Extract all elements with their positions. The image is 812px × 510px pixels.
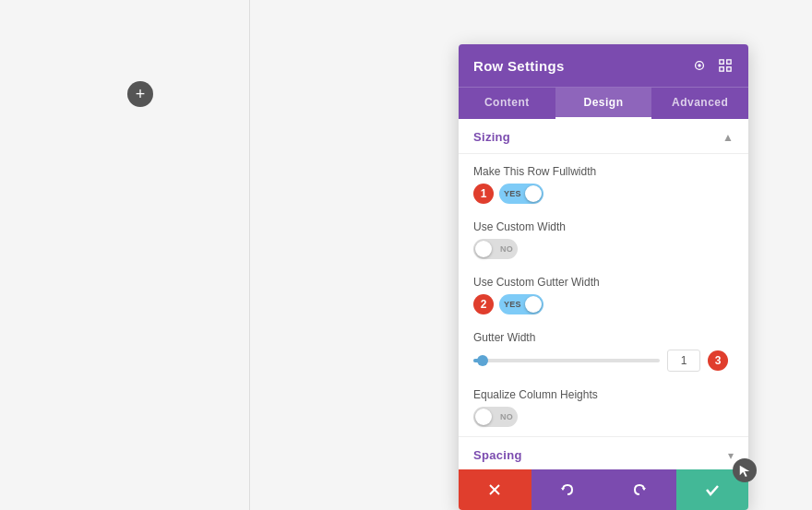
svg-marker-8 bbox=[561, 488, 565, 491]
svg-marker-10 bbox=[740, 466, 750, 477]
custom-gutter-yes-label: YES bbox=[504, 300, 521, 309]
sizing-divider bbox=[459, 153, 748, 154]
gutter-slider-thumb[interactable] bbox=[477, 355, 488, 366]
gutter-width-input[interactable] bbox=[667, 350, 700, 372]
custom-width-label: Use Custom Width bbox=[473, 220, 734, 233]
setting-custom-gutter: Use Custom Gutter Width 2 YES bbox=[459, 268, 748, 324]
custom-width-toggle-row: NO bbox=[473, 239, 734, 259]
setting-custom-width: Use Custom Width NO bbox=[459, 213, 748, 268]
custom-gutter-toggle[interactable]: YES bbox=[499, 294, 543, 314]
setting-equalize-heights: Equalize Column Heights NO bbox=[459, 381, 748, 436]
cancel-icon bbox=[487, 482, 502, 497]
fullwidth-toggle[interactable]: YES bbox=[499, 184, 543, 204]
redo-button[interactable] bbox=[603, 469, 676, 510]
canvas-divider bbox=[249, 0, 250, 510]
spacing-title: Spacing bbox=[473, 448, 522, 462]
custom-width-no-label: NO bbox=[500, 244, 513, 254]
custom-gutter-label: Use Custom Gutter Width bbox=[473, 276, 734, 289]
svg-point-1 bbox=[698, 64, 701, 67]
step-badge-1: 1 bbox=[473, 184, 494, 204]
gutter-slider-track[interactable] bbox=[473, 359, 660, 362]
setting-fullwidth: Make This Row Fullwidth 1 YES bbox=[459, 158, 748, 213]
custom-width-toggle[interactable]: NO bbox=[473, 239, 518, 259]
setting-gutter-width: Gutter Width 3 bbox=[459, 324, 748, 381]
settings-panel: Row Settings Content Design Advanced Siz… bbox=[459, 44, 748, 510]
save-checkmark-icon bbox=[705, 482, 720, 497]
add-row-button[interactable]: + bbox=[127, 81, 153, 107]
tab-advanced[interactable]: Advanced bbox=[651, 88, 748, 119]
equalize-heights-no-label: NO bbox=[500, 412, 513, 421]
panel-body: Sizing ▲ Make This Row Fullwidth 1 YES U… bbox=[459, 119, 748, 469]
settings-sync-icon[interactable] bbox=[691, 57, 708, 74]
step-badge-3: 3 bbox=[708, 350, 728, 371]
spacing-expand-icon: ▾ bbox=[728, 449, 734, 462]
cursor-icon bbox=[733, 458, 757, 482]
fullwidth-yes-label: YES bbox=[504, 189, 521, 198]
svg-rect-5 bbox=[727, 67, 731, 71]
equalize-heights-toggle-row: NO bbox=[473, 407, 734, 427]
spacing-section-header[interactable]: Spacing ▾ bbox=[459, 437, 748, 469]
gutter-width-label: Gutter Width bbox=[473, 331, 734, 344]
header-icons bbox=[691, 57, 734, 74]
plus-icon: + bbox=[136, 86, 146, 102]
equalize-heights-toggle[interactable]: NO bbox=[473, 407, 518, 427]
spacing-section: Spacing ▾ bbox=[459, 436, 748, 469]
tab-design[interactable]: Design bbox=[555, 88, 652, 119]
cancel-button[interactable] bbox=[459, 469, 531, 510]
equalize-heights-label: Equalize Column Heights bbox=[473, 388, 734, 401]
svg-rect-4 bbox=[720, 67, 723, 71]
fullwidth-toggle-row: 1 YES bbox=[473, 184, 734, 204]
panel-title: Row Settings bbox=[473, 58, 565, 74]
redo-icon bbox=[632, 482, 647, 497]
fullwidth-knob bbox=[525, 185, 542, 202]
equalize-heights-knob bbox=[475, 409, 492, 425]
step-badge-2: 2 bbox=[473, 294, 494, 314]
custom-gutter-toggle-row: 2 YES bbox=[473, 294, 734, 314]
sizing-section-header[interactable]: Sizing ▲ bbox=[459, 119, 748, 153]
custom-width-knob bbox=[475, 241, 492, 257]
panel-header: Row Settings bbox=[459, 44, 748, 87]
undo-icon bbox=[560, 482, 575, 497]
panel-footer bbox=[459, 469, 748, 510]
svg-rect-2 bbox=[720, 60, 723, 64]
arrow-icon bbox=[738, 464, 751, 477]
svg-rect-3 bbox=[727, 60, 731, 64]
tab-content[interactable]: Content bbox=[459, 88, 555, 119]
panel-tabs: Content Design Advanced bbox=[459, 87, 748, 119]
fullwidth-label: Make This Row Fullwidth bbox=[473, 165, 734, 178]
svg-marker-9 bbox=[642, 488, 646, 491]
fullscreen-icon[interactable] bbox=[717, 57, 734, 74]
gutter-slider-row: 3 bbox=[473, 350, 734, 372]
custom-gutter-knob bbox=[525, 296, 542, 313]
undo-button[interactable] bbox=[531, 469, 604, 510]
sizing-collapse-icon: ▲ bbox=[722, 131, 734, 144]
sizing-title: Sizing bbox=[473, 130, 510, 144]
